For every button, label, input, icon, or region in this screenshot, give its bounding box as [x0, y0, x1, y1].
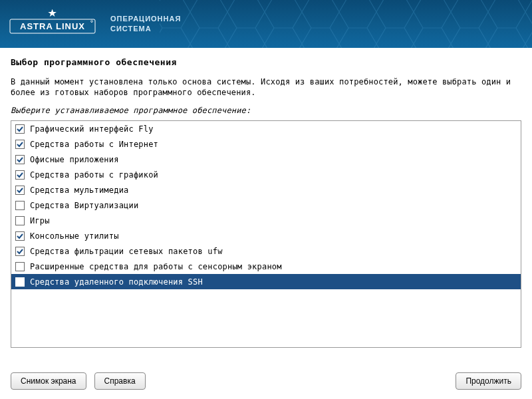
- software-item-label: Игры: [30, 216, 50, 225]
- svg-rect-1: [160, 0, 532, 48]
- software-item[interactable]: Средства работы с Интернет: [11, 136, 521, 152]
- svg-text:ASTRA LINUX: ASTRA LINUX: [20, 21, 85, 31]
- software-item[interactable]: Средства удаленного подключения SSH: [11, 274, 521, 289]
- header-subtitle-line2: СИСТЕМА: [110, 24, 181, 34]
- checkbox-icon[interactable]: [15, 262, 25, 271]
- checkbox-icon[interactable]: [15, 186, 25, 195]
- svg-marker-3: [48, 9, 57, 17]
- software-item-label: Средства работы с графикой: [30, 170, 158, 180]
- checkbox-icon[interactable]: [15, 124, 25, 134]
- software-item[interactable]: Средства мультимедиа: [11, 182, 521, 198]
- header-subtitle-line1: ОПЕРАЦИОННАЯ: [110, 14, 181, 24]
- header-hex-pattern: [160, 0, 532, 48]
- software-item[interactable]: Консольные утилиты: [11, 228, 521, 243]
- software-item-label: Средства работы с Интернет: [30, 140, 158, 149]
- checkbox-icon[interactable]: [15, 216, 25, 225]
- help-button[interactable]: Справка: [94, 372, 146, 390]
- checkbox-icon[interactable]: [15, 170, 25, 180]
- software-item-label: Офисные приложения: [30, 155, 119, 164]
- continue-button[interactable]: Продолжить: [456, 372, 521, 390]
- installer-header: ASTRA LINUX R ОПЕРАЦИОННАЯ СИСТЕМА: [0, 0, 532, 48]
- astra-linux-logo: ASTRA LINUX R: [9, 9, 96, 39]
- software-item-label: Средства удаленного подключения SSH: [30, 277, 203, 287]
- screenshot-button[interactable]: Снимок экрана: [11, 372, 86, 390]
- software-item[interactable]: Графический интерфейс Fly: [11, 121, 521, 136]
- checkbox-icon[interactable]: [15, 201, 25, 210]
- software-item[interactable]: Средства работы с графикой: [11, 167, 521, 182]
- checkbox-icon[interactable]: [15, 231, 25, 241]
- checkbox-icon[interactable]: [15, 247, 25, 256]
- software-item[interactable]: Игры: [11, 213, 521, 228]
- main-content: Выбор программного обеспечения В данный …: [0, 48, 532, 348]
- page-description: В данный момент установлена только основ…: [11, 76, 521, 98]
- page-title: Выбор программного обеспечения: [11, 57, 521, 67]
- software-item-label: Графический интерфейс Fly: [30, 124, 154, 134]
- software-item-label: Средства мультимедиа: [30, 186, 129, 195]
- software-item-label: Расширенные средства для работы с сенсор…: [30, 262, 282, 271]
- software-list[interactable]: Графический интерфейс FlyСредства работы…: [11, 120, 521, 348]
- software-item[interactable]: Расширенные средства для работы с сенсор…: [11, 259, 521, 274]
- checkbox-icon[interactable]: [15, 155, 25, 164]
- header-subtitle: ОПЕРАЦИОННАЯ СИСТЕМА: [110, 14, 181, 34]
- footer-toolbar: Снимок экрана Справка Продолжить: [11, 372, 521, 390]
- software-item-label: Средства Виртуализации: [30, 201, 138, 210]
- checkbox-icon[interactable]: [15, 140, 25, 149]
- software-item-label: Консольные утилиты: [30, 231, 119, 241]
- software-item[interactable]: Офисные приложения: [11, 152, 521, 167]
- software-item[interactable]: Средства Виртуализации: [11, 198, 521, 213]
- software-item-label: Средства фильтрации сетевых пакетов ufw: [30, 247, 223, 256]
- checkbox-icon[interactable]: [15, 277, 25, 287]
- software-item[interactable]: Средства фильтрации сетевых пакетов ufw: [11, 243, 521, 259]
- selection-prompt: Выберите устанавливаемое программное обе…: [11, 106, 521, 115]
